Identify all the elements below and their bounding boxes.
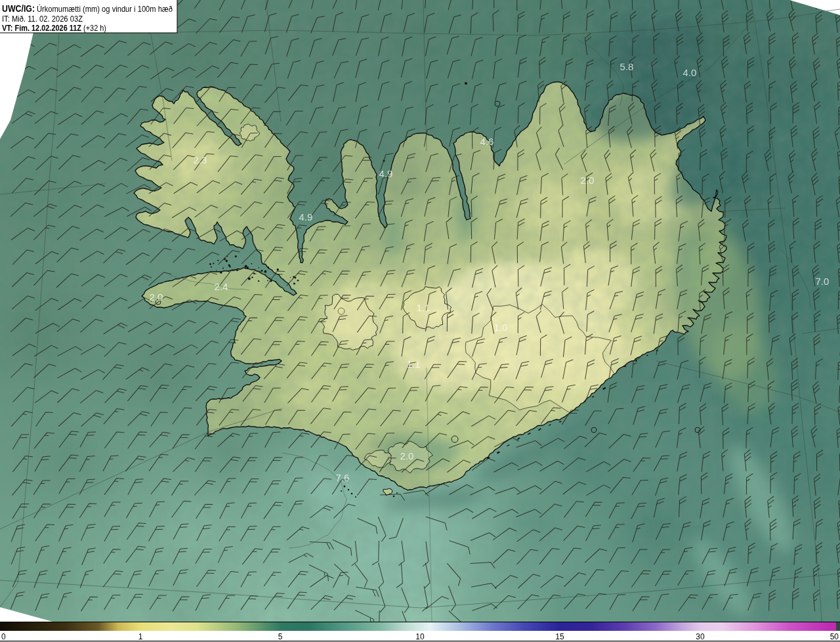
svg-text:2.3: 2.3 [194,154,207,165]
svg-text:2.4: 2.4 [215,281,228,292]
svg-text:4.9: 4.9 [379,168,393,179]
svg-text:30: 30 [696,632,705,641]
svg-text:10: 10 [415,632,425,641]
svg-text:UWC/IG:: UWC/IG: [2,3,35,14]
svg-text:5.8: 5.8 [620,61,634,72]
svg-text:4.6: 4.6 [480,136,494,147]
svg-text:Úrkomumætti (mm) og vindur i 1: Úrkomumætti (mm) og vindur i 100m hæð [37,4,173,14]
svg-text:7.0: 7.0 [816,276,830,287]
svg-text:4.9: 4.9 [299,211,313,223]
svg-text:5: 5 [278,632,283,641]
svg-text:IT: Mið. 11. 02. 2026 03Z: IT: Mið. 11. 02. 2026 03Z [2,14,83,24]
svg-text:1.1: 1.1 [407,358,421,370]
svg-text:7.6: 7.6 [336,472,350,483]
svg-text:1.1: 1.1 [417,302,430,313]
svg-text:VT: Fim. 12.02.2026 11Z: VT: Fim. 12.02.2026 11Z [2,23,81,33]
svg-text:1.0: 1.0 [494,322,508,333]
svg-text:0: 0 [1,632,6,641]
svg-text:50: 50 [830,632,839,641]
svg-text:2.0: 2.0 [400,450,414,461]
svg-text:4.0: 4.0 [683,67,697,78]
svg-text:2.0: 2.0 [581,175,595,186]
svg-text:(+32 h): (+32 h) [83,23,106,33]
svg-text:15: 15 [555,632,564,641]
svg-text:2.0: 2.0 [150,291,163,303]
svg-text:1: 1 [138,632,143,641]
